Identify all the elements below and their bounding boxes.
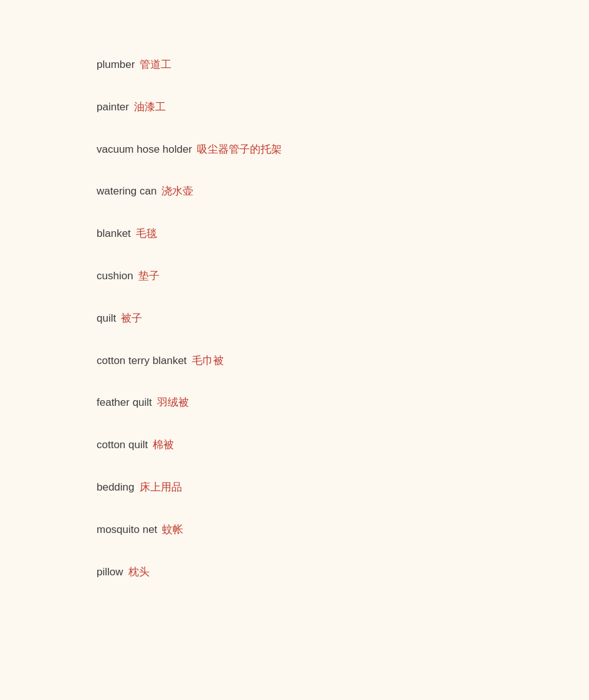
list-item: cotton quilt棉被 — [97, 424, 492, 466]
list-item: cushion垫子 — [97, 255, 492, 297]
chinese-term: 被子 — [121, 311, 142, 326]
chinese-term: 油漆工 — [134, 100, 166, 115]
chinese-term: 蚊帐 — [162, 522, 183, 537]
list-item: pillow枕头 — [97, 551, 492, 593]
chinese-term: 毛巾被 — [192, 353, 224, 368]
chinese-term: 床上用品 — [140, 480, 182, 495]
list-item: quilt被子 — [97, 297, 492, 340]
chinese-term: 浇水壶 — [161, 184, 193, 199]
chinese-term: 羽绒被 — [157, 395, 189, 410]
english-term: pillow — [97, 565, 123, 580]
list-item: mosquito net蚊帐 — [97, 509, 492, 551]
english-term: cotton quilt — [97, 438, 148, 453]
english-term: feather quilt — [97, 395, 152, 410]
english-term: cotton terry blanket — [97, 353, 187, 368]
english-term: cushion — [97, 269, 133, 284]
list-item: watering can浇水壶 — [97, 170, 492, 213]
english-term: painter — [97, 100, 129, 115]
english-term: watering can — [97, 184, 156, 199]
chinese-term: 吸尘器管子的托架 — [197, 142, 282, 157]
chinese-term: 垫子 — [138, 269, 160, 284]
list-item: vacuum hose holder吸尘器管子的托架 — [97, 128, 492, 171]
chinese-term: 枕头 — [128, 565, 150, 580]
english-term: plumber — [97, 57, 135, 72]
chinese-term: 棉被 — [153, 438, 174, 453]
list-item: blanket毛毯 — [97, 213, 492, 255]
list-item: painter油漆工 — [97, 86, 492, 128]
english-term: vacuum hose holder — [97, 142, 192, 157]
english-term: bedding — [97, 480, 135, 495]
list-item: feather quilt羽绒被 — [97, 381, 492, 424]
english-term: quilt — [97, 311, 116, 326]
chinese-term: 管道工 — [140, 57, 171, 72]
vocab-list: plumber管道工painter油漆工vacuum hose holder吸尘… — [97, 44, 492, 593]
chinese-term: 毛毯 — [136, 226, 157, 241]
english-term: mosquito net — [97, 522, 157, 537]
list-item: bedding床上用品 — [97, 466, 492, 509]
english-term: blanket — [97, 226, 131, 241]
list-item: plumber管道工 — [97, 44, 492, 86]
list-item: cotton terry blanket毛巾被 — [97, 340, 492, 382]
